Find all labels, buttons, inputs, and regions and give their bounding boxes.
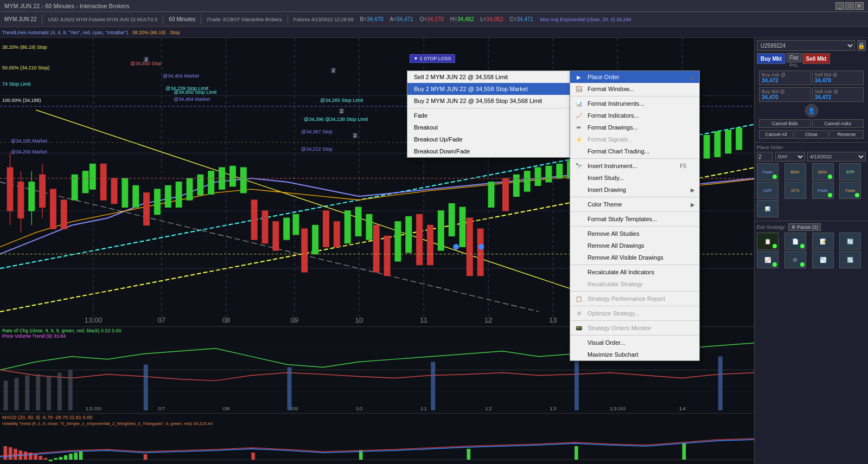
ctx-format-chart-trading[interactable]: Format Chart Trading... — [570, 145, 699, 157]
svg-rect-152 — [467, 449, 470, 460]
buy-stop-limit-item[interactable]: Buy 2 MYM JUN 22 @ 34,558 Stop 34,568 Li… — [407, 95, 575, 107]
sts-order-btn[interactable]: STS — [784, 182, 806, 199]
ctx-insert-instrument[interactable]: 🔭 Insert Instrument... F5 — [570, 160, 699, 172]
ctx-remove-all-visible-drawings[interactable]: Remove All Visible Drawings — [570, 252, 699, 263]
fade2-order-btn[interactable]: Fade — [812, 182, 834, 199]
submenu-sep1 — [407, 108, 575, 108]
ctx-insert-study[interactable]: Insert Study... — [570, 172, 699, 184]
svg-rect-89 — [725, 130, 731, 153]
svg-text:12: 12 — [485, 405, 492, 411]
breakout-item[interactable]: Breakout — [407, 121, 575, 133]
ctx-color-theme[interactable]: Color Theme ▶ — [570, 198, 699, 210]
ctx-format-window[interactable]: 🪟 Format Window... — [570, 83, 699, 95]
exit-btn-8[interactable]: 🔃 — [839, 251, 861, 268]
fade3-order-btn[interactable]: Fade — [839, 182, 861, 199]
ctx-sep10 — [570, 335, 699, 336]
cancel-bids-button[interactable]: Cancel Bids — [759, 119, 811, 128]
exit-btn-5[interactable]: 📈 — [757, 251, 778, 268]
exit-btn-4[interactable]: 🔄 — [839, 233, 861, 250]
svg-rect-61 — [293, 215, 299, 235]
buy-mkt-button[interactable]: Buy Mkt — [757, 53, 786, 64]
exit-btn-2[interactable]: 📄 — [784, 233, 806, 250]
ctx-format-signals: ⚡ Format Signals... — [570, 133, 699, 145]
minimize-btn[interactable]: _ — [835, 2, 844, 10]
svg-rect-87 — [704, 135, 710, 158]
svg-rect-135 — [14, 449, 17, 460]
brk-order-btn-1[interactable]: BRK — [784, 163, 806, 181]
interval-label[interactable]: 60 Minutes — [167, 15, 197, 23]
fade3-dot — [855, 193, 859, 197]
place-order-label: Place Order: — [757, 145, 866, 150]
breakout-down-fade-item[interactable]: Breakout Down/Fade — [407, 145, 575, 157]
account-lock-icon[interactable]: 🔒 — [857, 40, 866, 51]
date-select[interactable]: 4/13/2022 — [807, 152, 866, 162]
ctx-recalculate-all-indicators[interactable]: Recalculate All Indicators — [570, 266, 699, 278]
pause-button[interactable]: ⏸ Pause (2) — [788, 223, 821, 231]
stp-order-btn[interactable]: STP — [839, 163, 861, 181]
ctx-maximize-subchart[interactable]: Maximize Subchart — [570, 349, 699, 360]
maximize-btn[interactable]: □ — [845, 2, 854, 10]
svg-rect-29 — [251, 200, 257, 240]
svg-rect-66 — [395, 222, 401, 261]
buy-stop-market-item[interactable]: Buy 2 MYM JUN 22 @ 34,558 Stop Market — [407, 83, 575, 95]
macd-pane[interactable]: MACD (20, 50, 9) -5.79 -28.70 22.81 0.00… — [0, 414, 754, 464]
report-order-btn[interactable]: 📊 — [757, 200, 778, 217]
reverse-button[interactable]: Reverse — [829, 130, 864, 139]
main-context-menu[interactable]: ▶ Place Order ▶ 🪟 Format Window... 📊 For… — [570, 70, 700, 361]
fade-order-btn[interactable]: Fade — [757, 163, 778, 181]
flat-pnl-group: Flat PnL — [787, 53, 801, 68]
svg-rect-63 — [344, 211, 350, 243]
ctx-format-study-templates[interactable]: Format Study Templates... — [570, 213, 699, 225]
sell-mkt-button[interactable]: Sell Mkt — [802, 53, 831, 64]
account-select[interactable]: U2599224 — [757, 40, 855, 51]
user-icon-row: 👤 — [757, 103, 866, 118]
breakout-up-fade-item[interactable]: Breakout Up/Fade — [407, 133, 575, 145]
flat-button[interactable]: Flat — [787, 53, 801, 62]
buy-bid-price: 34,470 — [762, 94, 808, 100]
strategy-performance-icon: 📋 — [575, 294, 583, 303]
user-avatar[interactable]: 👤 — [805, 104, 818, 117]
svg-rect-110 — [4, 381, 8, 410]
exit-btn-7[interactable]: 📉 — [812, 251, 834, 268]
optimize-strategy-icon: ⚙ — [575, 309, 583, 318]
title-bar-controls: _ □ ✕ — [835, 2, 864, 10]
buy-bid-box: Buy Bid @ 34,470 — [759, 87, 811, 102]
ctx-place-order[interactable]: ▶ Place Order ▶ — [570, 71, 699, 83]
svg-rect-117 — [144, 364, 148, 410]
ctx-insert-drawing[interactable]: Insert Drawing ▶ — [570, 184, 699, 196]
ctx-format-instruments[interactable]: 📊 Format Instruments... — [570, 98, 699, 109]
ctx-format-indicators[interactable]: 📈 Format Indicators... — [570, 109, 699, 121]
insert-instrument-shortcut: F5 — [680, 163, 686, 169]
pane2-label: Rate of Chg (close, 9, 9, 9, green, red,… — [2, 328, 122, 333]
fade-item[interactable]: Fade — [407, 109, 575, 121]
sep3 — [201, 15, 201, 24]
order-type-select[interactable]: DAY — [775, 152, 805, 162]
brk-order-btn-2[interactable]: BRK — [812, 163, 834, 181]
svg-rect-32 — [302, 229, 308, 272]
svg-rect-71 — [488, 182, 494, 208]
ctx-visual-order[interactable]: Visual Order... — [570, 337, 699, 349]
cancel-asks-button[interactable]: Cancel Asks — [812, 119, 864, 128]
svg-rect-65 — [366, 215, 372, 240]
price-a: A=34,471 — [388, 15, 416, 23]
ctx-sep1 — [570, 96, 699, 96]
sell-bid-box: Sell Bid @ 34,470 — [812, 70, 864, 85]
quantity-input[interactable] — [757, 152, 773, 162]
ctx-remove-all-drawings[interactable]: Remove All Drawings — [570, 240, 699, 252]
price-b-val: 34,470 — [367, 16, 384, 22]
sell-limit-item[interactable]: Sell 2 MYM JUN 22 @ 34,558 Limit — [407, 71, 575, 83]
close-button[interactable]: Close — [794, 130, 828, 139]
svg-rect-52 — [165, 185, 171, 207]
order-submenu[interactable]: Sell 2 MYM JUN 22 @ 34,558 Limit Buy 2 M… — [407, 70, 575, 158]
ctx-remove-all-studies[interactable]: Remove All Studies — [570, 228, 699, 240]
exit-btn-1[interactable]: 📋 — [757, 233, 778, 250]
date-label: Futures 4/13/2022 12:26:59 — [291, 16, 356, 23]
svg-rect-144 — [59, 457, 63, 460]
ctx-format-drawings[interactable]: ✏ Format Drawings... — [570, 121, 699, 133]
exit-btn-3[interactable]: 📝 — [812, 233, 834, 250]
exit-btn-6[interactable]: ⚙ — [784, 251, 806, 268]
cancel-all-button[interactable]: Cancel All — [759, 130, 793, 139]
lmt-order-btn[interactable]: LMT — [757, 182, 778, 199]
symbol-label[interactable]: MYM JUN 22 — [2, 15, 39, 23]
close-btn[interactable]: ✕ — [855, 2, 864, 10]
